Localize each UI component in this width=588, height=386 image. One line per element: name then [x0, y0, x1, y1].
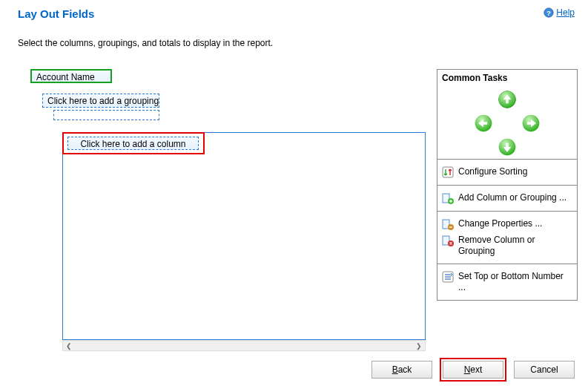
remove-column-icon — [442, 235, 454, 246]
back-label-rest: ack — [398, 364, 412, 375]
columns-frame — [62, 132, 426, 340]
add-column-icon — [442, 192, 454, 204]
scroll-left-icon[interactable]: ❮ — [66, 342, 72, 350]
remove-column-grouping-link[interactable]: Remove Column or Grouping — [440, 232, 574, 259]
move-down-button[interactable] — [497, 137, 518, 157]
instruction-text: Select the columns, groupings, and total… — [18, 38, 575, 48]
properties-icon — [442, 218, 454, 230]
cancel-button[interactable]: Cancel — [514, 361, 575, 379]
add-column-grouping-label: Add Column or Grouping ... — [458, 192, 566, 203]
common-tasks-title: Common Tasks — [437, 70, 577, 85]
svg-rect-7 — [443, 167, 453, 177]
account-name-field[interactable]: Account Name — [30, 69, 112, 83]
move-left-button[interactable] — [473, 113, 494, 134]
change-properties-link[interactable]: Change Properties ... — [440, 216, 574, 232]
common-tasks-panel: Common Tasks — [437, 69, 578, 301]
configure-sorting-link[interactable]: Configure Sorting — [440, 164, 574, 180]
help-icon: ? — [544, 7, 554, 18]
empty-placeholder[interactable] — [53, 110, 159, 120]
svg-text:?: ? — [546, 9, 551, 17]
set-top-bottom-label: Set Top or Bottom Number ... — [458, 271, 572, 293]
wizard-footer: Back Next Cancel — [371, 358, 575, 382]
next-button[interactable]: Next — [443, 361, 503, 379]
help-label: Help — [556, 7, 575, 18]
add-grouping-placeholder[interactable]: Click here to add a grouping — [42, 94, 159, 108]
move-right-button[interactable] — [521, 113, 541, 134]
horizontal-scrollbar[interactable]: ❮ ❯ — [62, 340, 426, 351]
move-up-button[interactable] — [497, 89, 518, 110]
highlight-next: Next — [440, 358, 506, 382]
configure-sorting-label: Configure Sorting — [458, 166, 527, 177]
add-column-placeholder[interactable]: Click here to add a column — [67, 137, 199, 150]
next-label-rest: ext — [470, 364, 482, 375]
page-title: Lay Out Fields — [18, 7, 94, 20]
move-arrows-zone — [437, 85, 577, 159]
layout-area: Account Name Click here to add a groupin… — [18, 69, 575, 344]
scroll-right-icon[interactable]: ❯ — [416, 342, 422, 350]
change-properties-label: Change Properties ... — [458, 218, 542, 229]
help-link[interactable]: ? Help — [544, 7, 575, 18]
remove-column-grouping-label: Remove Column or Grouping — [458, 235, 572, 257]
back-button[interactable]: Back — [371, 361, 432, 379]
top-bottom-icon — [442, 271, 454, 283]
add-column-grouping-link[interactable]: Add Column or Grouping ... — [440, 190, 574, 206]
set-top-bottom-link[interactable]: Set Top or Bottom Number ... — [440, 269, 574, 295]
sorting-icon — [442, 166, 454, 178]
